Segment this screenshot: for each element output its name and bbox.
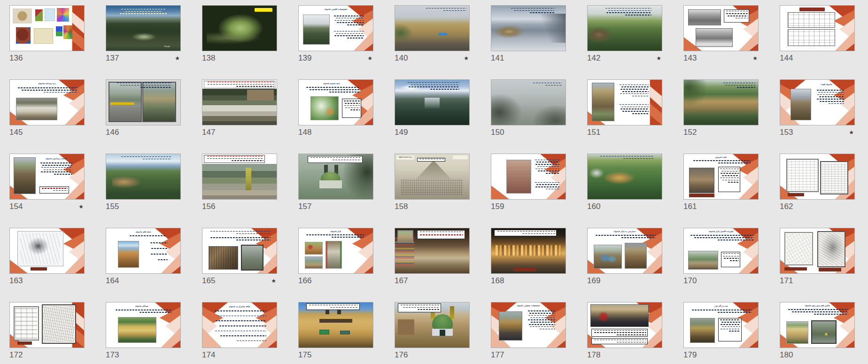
checklist-item: ✓ (156, 259, 170, 261)
slide-number: 158 (395, 202, 408, 211)
text-lines (425, 8, 466, 13)
text-line (736, 18, 748, 19)
text-line (150, 242, 167, 243)
slide-thumbnail-170[interactable]: تغییرات کالبدی بازار ماسوله (683, 228, 759, 274)
slide-thumbnail-151[interactable] (587, 79, 662, 125)
slide-thumbnail-166[interactable]: بازار ماسوله (298, 228, 373, 274)
slide-thumbnail-145[interactable]: دره رودخانه ماسوله (9, 79, 85, 125)
slide-thumbnail-150[interactable] (491, 79, 566, 125)
slide-cell: دسترسی به بازار ماسوله169 (587, 228, 661, 285)
slide-thumbnail-161[interactable]: بافت امروزی (683, 154, 759, 200)
slide-thumbnail-154[interactable]: قدمت و پیدایش ماسوله (9, 154, 85, 200)
slide-cell: قدمت و پیدایش ماسوله154★ (9, 154, 84, 211)
image-block (398, 319, 414, 335)
slide-thumbnail-143[interactable] (683, 5, 759, 51)
text-line (632, 96, 649, 97)
text-lines (535, 160, 560, 175)
slide-cell: 165★ (202, 228, 276, 285)
slide-sorter-grid: 136Google137★138خصوصیات اقلیمی ماسوله139… (9, 5, 854, 359)
slide-thumbnail-160[interactable] (587, 154, 662, 200)
slide-thumbnail-158[interactable]: MASOULEH View (395, 154, 470, 200)
animation-star-icon: ★ (78, 204, 84, 209)
text-line (130, 235, 166, 236)
slide-cell: 160 (587, 154, 661, 211)
slide-number: 153 (780, 128, 793, 137)
text-line (720, 178, 738, 178)
text-line (620, 93, 649, 94)
slide-thumbnail-141[interactable] (491, 5, 566, 51)
slide-thumbnail-140[interactable] (395, 5, 470, 51)
text-line (522, 233, 555, 234)
slide-number: 171 (780, 276, 793, 286)
slide-thumbnail-148[interactable]: وجه تسمیه ماسوله (298, 79, 373, 125)
checkmark-icon: ✓ (169, 259, 170, 261)
slide-number: 147 (202, 128, 215, 137)
slide-meta-row: 141 (491, 54, 565, 62)
text-line (125, 11, 162, 12)
slide-title: محله های ماسوله (121, 231, 166, 233)
text-line (44, 92, 78, 93)
slide-thumbnail-174[interactable]: نقاط مشترک در ماسوله (202, 302, 277, 348)
image-block (822, 163, 847, 193)
image-block (20, 233, 60, 264)
slide-thumbnail-179[interactable]: ثبت در آثار ملی (683, 302, 759, 348)
slide-thumbnail-173[interactable]: مساکن ماسوله (106, 302, 181, 348)
slide-thumbnail-152[interactable] (683, 79, 759, 125)
slide-thumbnail-137[interactable]: Google (106, 5, 181, 51)
checkmark-icon: ✓ (169, 242, 170, 244)
slide-number: 164 (106, 276, 119, 286)
slide-thumbnail-142[interactable] (587, 5, 662, 51)
slide-thumbnail-163[interactable] (9, 228, 85, 274)
image-block (310, 96, 339, 121)
slide-thumbnail-164[interactable]: محله های ماسوله✓✓✓✓ (106, 228, 181, 274)
slide-thumbnail-136[interactable] (9, 5, 85, 51)
slide-thumbnail-155[interactable] (106, 154, 181, 200)
caption-chip (513, 268, 535, 271)
text-line (334, 31, 364, 32)
slide-number: 151 (587, 128, 600, 137)
text-line (817, 99, 844, 100)
slide-thumbnail-157[interactable] (298, 154, 373, 200)
slide-thumbnail-169[interactable]: دسترسی به بازار ماسوله (587, 228, 662, 274)
slide-thumbnail-147[interactable] (202, 79, 277, 125)
slide-meta-row: 147 (202, 128, 276, 137)
slide-meta-row: 171 (780, 276, 854, 285)
text-line (236, 86, 274, 87)
slide-thumbnail-144[interactable] (780, 5, 855, 51)
slide-thumbnail-180[interactable]: چالش های پیش روی ماسوله (780, 302, 855, 348)
green-sign (319, 330, 329, 335)
slide-meta-row: 158 (395, 202, 469, 211)
image-block (532, 14, 566, 42)
slide-thumbnail-165[interactable] (202, 228, 277, 274)
text-lines (209, 231, 271, 236)
slide-thumbnail-138[interactable] (202, 5, 277, 51)
slide-cell: 162 (780, 154, 854, 211)
slide-thumbnail-171[interactable] (780, 228, 855, 274)
slide-thumbnail-153[interactable]: ماسوله کهنه : (780, 79, 855, 125)
slide-thumbnail-176[interactable] (395, 302, 470, 348)
slide-thumbnail-168[interactable] (491, 228, 566, 274)
slide-thumbnail-177[interactable]: مشخصات جمعیتی ماسوله (491, 302, 566, 348)
slide-thumbnail-162[interactable] (780, 154, 855, 200)
slide-thumbnail-159[interactable] (491, 154, 566, 200)
text-line (535, 160, 559, 161)
slide-thumbnail-149[interactable] (395, 79, 470, 125)
slide-thumbnail-156[interactable] (202, 154, 277, 200)
image-block (786, 321, 808, 344)
slide-thumbnail-172[interactable] (9, 302, 85, 348)
text-lines (115, 83, 171, 89)
text-lines (725, 13, 747, 20)
text-lines (41, 188, 68, 193)
text-line (401, 305, 440, 306)
slide-thumbnail-167[interactable] (395, 228, 470, 274)
slide-meta-row: 153★ (780, 128, 854, 137)
google-watermark: Google (164, 45, 179, 47)
text-line (158, 259, 168, 260)
slide-thumbnail-139[interactable]: خصوصیات اقلیمی ماسوله (298, 5, 373, 51)
slide-thumbnail-146[interactable] (106, 79, 181, 125)
text-line (814, 314, 848, 315)
slide-thumbnail-175[interactable] (298, 302, 373, 348)
text-lines (599, 156, 654, 161)
slide-thumbnail-178[interactable] (587, 302, 662, 348)
text-line (403, 307, 440, 308)
